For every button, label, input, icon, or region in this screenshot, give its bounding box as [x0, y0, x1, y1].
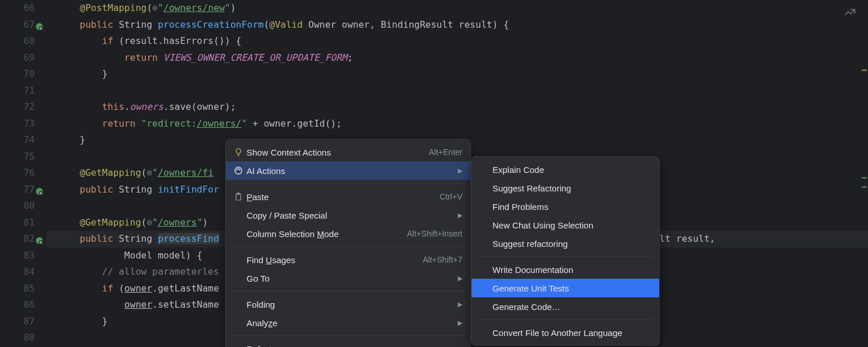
menu-item-paste[interactable]: PasteCtrl+V: [226, 187, 470, 206]
paste-icon: [234, 192, 247, 201]
menu-shortcut: Alt+Shift+Insert: [407, 229, 462, 238]
menu-item-label: AI Actions: [247, 166, 444, 176]
code-line[interactable]: return "redirect:/owners/" + owner.getId…: [46, 116, 868, 132]
scrollbar[interactable]: [860, 0, 868, 347]
menu-item-explain-code[interactable]: Explain Code: [472, 160, 659, 179]
menu-item-find-usages[interactable]: Find UsagesAlt+Shift+7: [226, 250, 470, 269]
line-number: 67: [0, 17, 35, 34]
code-line[interactable]: public String processCreationForm(@Valid…: [46, 17, 868, 34]
line-number: 76: [0, 165, 35, 182]
menu-separator: [231, 183, 465, 184]
line-number: 86: [0, 297, 35, 313]
menu-shortcut: Ctrl+V: [440, 192, 462, 201]
code-line[interactable]: }: [46, 66, 868, 83]
menu-item-label: Write Documentation: [492, 265, 651, 275]
menu-item-copy-paste-special[interactable]: Copy / Paste Special▶: [226, 206, 470, 224]
line-number: 75: [0, 149, 35, 165]
menu-item-label: Convert File to Another Language: [492, 328, 651, 338]
submenu-arrow-icon: ▶: [458, 345, 462, 348]
line-number: 88: [0, 330, 35, 346]
line-number: 66: [0, 0, 35, 17]
menu-item-label: Generate Unit Tests: [492, 283, 651, 293]
menu-item-label: Suggest refactoring: [492, 239, 651, 249]
line-number: 68: [0, 33, 35, 50]
line-number: 84: [0, 264, 35, 280]
menu-separator: [231, 291, 465, 291]
menu-item-label: Column Selection Mode: [247, 229, 393, 239]
line-number-gutter: 6667686970717273747576778081828384858687…: [0, 0, 46, 346]
menu-item-go-to[interactable]: Go To▶: [226, 269, 470, 287]
gutter-run-icon[interactable]: [35, 20, 44, 29]
line-number: 80: [0, 198, 35, 215]
line-number: 69: [0, 50, 35, 67]
menu-item-new-chat-using-selection[interactable]: New Chat Using Selection: [472, 216, 659, 234]
line-number: 74: [0, 132, 35, 149]
code-line[interactable]: if (result.hasErrors()) {: [46, 33, 868, 50]
ai-actions-submenu[interactable]: Explain CodeSuggest RefactoringFind Prob…: [471, 156, 660, 346]
line-number: 72: [0, 99, 35, 116]
menu-item-label: Find Problems: [492, 202, 651, 212]
menu-item-column-selection-mode[interactable]: Column Selection ModeAlt+Shift+Insert: [226, 224, 470, 243]
gutter-run-icon[interactable]: [35, 185, 44, 194]
line-number: 73: [0, 116, 35, 132]
menu-item-label: Show Context Actions: [247, 147, 415, 157]
submenu-arrow-icon: ▶: [458, 275, 462, 282]
line-number: 77: [0, 182, 35, 198]
menu-item-label: Suggest Refactoring: [492, 183, 651, 193]
code-line[interactable]: return VIEWS_OWNER_CREATE_OR_UPDATE_FORM…: [46, 50, 868, 67]
submenu-arrow-icon: ▶: [458, 212, 462, 219]
menu-item-label: Refactor: [247, 344, 444, 348]
menu-separator: [231, 246, 465, 247]
line-number: 71: [0, 83, 35, 99]
menu-item-generate-code[interactable]: Generate Code…: [472, 297, 659, 316]
menu-separator: [477, 319, 653, 320]
menu-item-label: Go To: [247, 274, 444, 283]
menu-item-label: Folding: [247, 300, 444, 309]
menu-item-label: Copy / Paste Special: [247, 211, 444, 220]
menu-item-show-context-actions[interactable]: Show Context ActionsAlt+Enter: [226, 143, 470, 161]
menu-item-label: Analyze: [247, 318, 444, 328]
menu-item-label: New Chat Using Selection: [492, 220, 651, 230]
line-number: 85: [0, 280, 35, 297]
menu-separator: [231, 335, 465, 336]
context-menu[interactable]: Show Context ActionsAlt+EnterAI Actions▶…: [225, 139, 471, 347]
menu-item-find-problems[interactable]: Find Problems: [472, 197, 659, 216]
line-number: 83: [0, 248, 35, 264]
ai-icon: [234, 166, 247, 175]
menu-item-label: Find Usages: [247, 255, 409, 265]
submenu-arrow-icon: ▶: [458, 167, 462, 175]
submenu-arrow-icon: ▶: [458, 301, 462, 308]
menu-item-suggest-refactoring[interactable]: Suggest refactoring: [472, 234, 659, 253]
menu-shortcut: Alt+Shift+7: [423, 255, 463, 264]
menu-item-write-documentation[interactable]: Write Documentation: [472, 260, 659, 279]
ai-assistant-icon[interactable]: [844, 6, 856, 21]
gutter-run-icon[interactable]: [35, 234, 44, 243]
menu-item-ai-actions[interactable]: AI Actions▶: [226, 161, 470, 180]
menu-shortcut: Alt+Enter: [429, 147, 462, 157]
menu-item-analyze[interactable]: Analyze▶: [226, 313, 470, 332]
menu-item-refactor[interactable]: Refactor▶: [226, 339, 470, 347]
menu-item-label: Explain Code: [492, 165, 651, 175]
menu-item-generate-unit-tests[interactable]: Generate Unit Tests: [472, 279, 659, 297]
menu-item-folding[interactable]: Folding▶: [226, 295, 470, 313]
menu-item-label: Generate Code…: [492, 302, 651, 312]
menu-item-suggest-refactoring[interactable]: Suggest Refactoring: [472, 179, 659, 197]
menu-item-label: Paste: [247, 192, 426, 202]
code-line[interactable]: this.owners.save(owner);: [46, 99, 868, 116]
line-number: 70: [0, 66, 35, 83]
line-number: 87: [0, 313, 35, 330]
line-number: 82: [0, 231, 35, 248]
menu-item-convert-file-to-another-language[interactable]: Convert File to Another Language: [472, 323, 659, 342]
code-line[interactable]: @PostMapping(⊕"/owners/new"): [46, 0, 868, 17]
bulb-icon: [234, 147, 247, 157]
code-line[interactable]: [46, 83, 868, 99]
line-number: 81: [0, 215, 35, 231]
menu-separator: [477, 256, 653, 257]
submenu-arrow-icon: ▶: [458, 319, 462, 327]
